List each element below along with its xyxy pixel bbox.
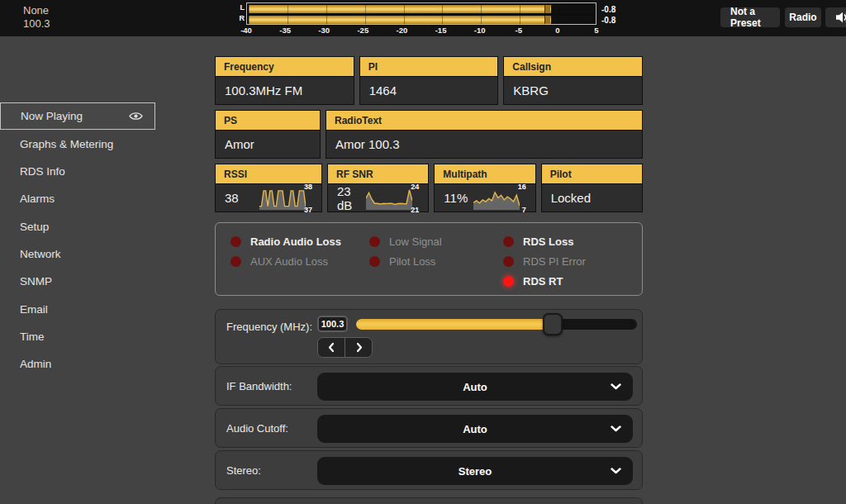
metric-card-rssi: RSSI 38 38 37: [215, 164, 322, 212]
alarm-radio-audio-loss: Radio Audio Loss: [231, 231, 341, 251]
meter-scale: -40-35-30-25-20-15-10-505: [246, 26, 596, 36]
card-value: 100.3MHz FM: [225, 83, 302, 97]
stereo-select[interactable]: Stereo: [317, 457, 633, 485]
card-title: PS: [216, 111, 320, 131]
alarm-led: [231, 256, 241, 267]
stereo-panel: Stereo: Stereo: [215, 450, 643, 490]
sidebar-item-graphs-metering[interactable]: Graphs & Metering: [0, 131, 155, 158]
radio-button[interactable]: Radio: [785, 7, 821, 27]
meter-readout: -0.8 -0.8: [601, 4, 615, 26]
sparkline-multipath: 16 7: [473, 187, 520, 210]
tuner-panel: Frequency (MHz): 100.3: [215, 309, 643, 364]
mute-button[interactable]: [825, 7, 846, 27]
metric-card-rf-snr: RF SNR 23 dB 24 21: [327, 164, 429, 212]
sidebar-item-email[interactable]: Email: [0, 296, 155, 323]
not-a-preset-button[interactable]: Not a Preset: [720, 7, 780, 27]
sidebar-item-network[interactable]: Network: [0, 240, 155, 268]
step-down-button[interactable]: [318, 338, 345, 357]
spark-max: 16: [518, 183, 526, 191]
card-value: 1464: [369, 83, 397, 97]
card-title: Pilot: [542, 164, 642, 184]
slider-fill: [356, 319, 553, 330]
sidebar-item-time[interactable]: Time: [0, 323, 155, 350]
card-title: Frequency: [216, 57, 354, 77]
step-up-button[interactable]: [345, 338, 372, 357]
metric-value: 11%: [444, 191, 468, 205]
sidebar-item-rds-info[interactable]: RDS Info: [0, 158, 155, 185]
info-card-radiotext: RadioText Amor 100.3: [326, 110, 643, 159]
sidebar-item-label: Time: [20, 330, 45, 343]
metric-card-multipath: Multipath 11% 16 7: [434, 164, 535, 212]
frequency-value-input[interactable]: 100.3: [317, 316, 348, 332]
sidebar-item-label: Graphs & Metering: [20, 138, 113, 150]
info-card-frequency: Frequency 100.3MHz FM: [215, 56, 354, 105]
sidebar-item-alarms[interactable]: Alarms: [0, 185, 155, 212]
card-value: Amor 100.3: [335, 137, 400, 151]
metrics-row: RSSI 38 38 37 RF SNR 23 dB 24 21: [215, 164, 643, 212]
chevron-left-icon: [327, 342, 336, 353]
info-row-2: PS Amor RadioText Amor 100.3: [215, 110, 643, 159]
meter-value-right: -0.8: [601, 15, 615, 26]
alarm-low-signal: Low Signal: [369, 231, 442, 251]
top-bar: None 100.3 L R -40-35-30-25-20-15-10-505: [0, 0, 846, 36]
level-meter: L R -40-35-30-25-20-15-10-505 -0.8 -0.8: [235, 2, 598, 36]
audio-cutoff-select[interactable]: Auto: [317, 415, 633, 443]
alarm-led: [369, 236, 380, 247]
alarm-label: Low Signal: [389, 235, 442, 248]
meter-value-left: -0.8: [601, 4, 615, 15]
sidebar-item-setup[interactable]: Setup: [0, 213, 155, 240]
sparkline-rf-snr: 24 21: [366, 187, 412, 210]
alarm-label: AUX Audio Loss: [250, 255, 328, 268]
if-bandwidth-label: IF Bandwidth:: [226, 380, 292, 392]
sidebar-item-label: Alarms: [20, 193, 55, 205]
chevron-down-icon: [611, 468, 621, 474]
card-title: RadioText: [326, 111, 642, 131]
alarm-label: Radio Audio Loss: [250, 235, 341, 248]
eye-icon: [129, 111, 143, 121]
meter-left-label: L: [235, 3, 245, 12]
sparkline-rssi: 38 37: [259, 187, 306, 210]
sidebar-item-label: Now Playing: [21, 110, 83, 122]
meter-box: [246, 2, 596, 25]
slider-thumb[interactable]: [543, 313, 563, 335]
alarm-status-panel: Radio Audio Loss AUX Audio Loss Low Sign…: [215, 222, 643, 296]
alarm-led: [503, 236, 514, 247]
audio-cutoff-panel: Audio Cutoff: Auto: [215, 408, 643, 448]
metric-value: 38: [225, 191, 239, 205]
card-title: RF SNR: [328, 164, 428, 184]
preset-name: None: [23, 4, 50, 17]
info-row-1: Frequency 100.3MHz FM PI 1464 Callsign K…: [215, 56, 643, 105]
app-screen: None 100.3 L R -40-35-30-25-20-15-10-505: [0, 0, 846, 504]
spark-min: 37: [304, 206, 312, 214]
alarm-label: RDS RT: [523, 275, 563, 288]
chevron-down-icon: [611, 426, 621, 432]
sidebar-item-label: Admin: [20, 358, 51, 370]
meter-right-label: R: [235, 14, 245, 22]
alarm-pilot-loss: Pilot Loss: [369, 251, 442, 271]
sidebar-item-snmp[interactable]: SNMP: [0, 268, 155, 295]
card-value: KBRG: [513, 83, 549, 97]
sidebar-item-label: Network: [20, 248, 61, 260]
card-title: Callsign: [504, 57, 642, 77]
sidebar-item-admin[interactable]: Admin: [0, 350, 155, 378]
selected-option: Stereo: [459, 465, 492, 478]
metric-value: 23 dB: [337, 184, 366, 212]
sidebar-item-now-playing[interactable]: Now Playing: [0, 102, 155, 130]
sidebar-item-label: RDS Info: [20, 165, 65, 178]
sidebar-item-label: Email: [20, 303, 48, 316]
chevron-down-icon: [611, 383, 621, 390]
stereo-label: Stereo:: [226, 464, 261, 477]
frequency-step-buttons: [317, 337, 373, 358]
card-title: RSSI: [216, 164, 321, 184]
alarm-led: [369, 256, 380, 267]
alarm-label: RDS PI Error: [523, 255, 586, 268]
chevron-right-icon: [354, 342, 364, 353]
card-title: PI: [360, 57, 498, 77]
alarm-label: RDS Loss: [523, 235, 573, 248]
metric-value: Locked: [551, 191, 591, 205]
if-bandwidth-select[interactable]: Auto: [317, 373, 633, 401]
selected-option: Auto: [463, 423, 487, 435]
alarm-rds-loss: RDS Loss: [503, 231, 586, 251]
frequency-slider[interactable]: [356, 319, 637, 330]
spark-min: 21: [411, 206, 419, 214]
